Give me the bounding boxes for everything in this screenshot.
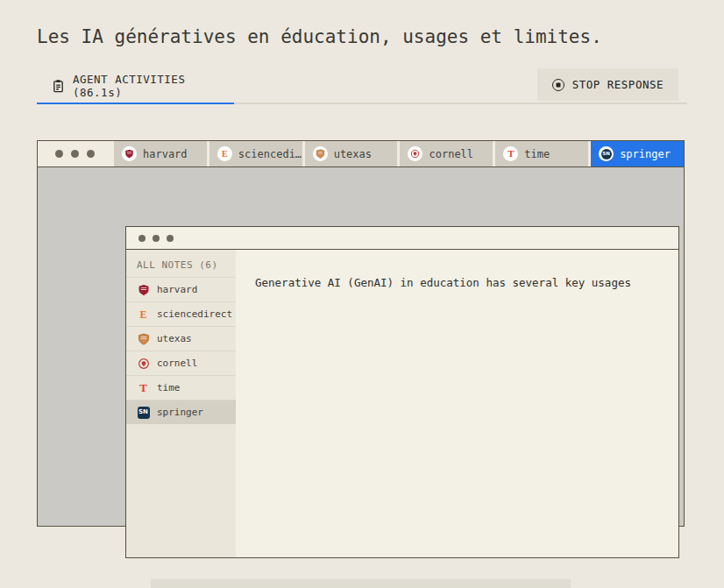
notes-content: Generative AI (GenAI) in education has s… — [236, 250, 678, 557]
utexas-shield-icon — [313, 146, 328, 161]
browser-tab-label: time — [524, 148, 550, 160]
toolbar-divider — [37, 103, 687, 104]
utexas-shield-icon — [137, 332, 150, 345]
browser-tab-label: springer — [620, 148, 671, 160]
note-item-label: cornell — [157, 358, 197, 369]
toolbar: AGENT ACTIVITIES (86.1s) STOP RESPONSE — [37, 68, 687, 103]
springer-sn-icon: SN — [599, 146, 614, 161]
note-item-label: utexas — [157, 333, 192, 344]
harvard-shield-icon — [137, 283, 150, 296]
window-dot-icon — [138, 235, 146, 242]
window-dot-icon — [153, 235, 160, 242]
note-item-harvard[interactable]: harvard — [126, 277, 236, 301]
harvard-shield-icon — [122, 146, 137, 161]
browser-tab-bar: harvardEsciencedi…utexascornellTtimeSNsp… — [38, 141, 684, 167]
clipboard-icon — [52, 79, 65, 93]
browser-tab-label: harvard — [143, 148, 188, 160]
browser-tab-label: cornell — [429, 148, 473, 160]
window-dot-icon — [55, 150, 63, 158]
note-item-cornell[interactable]: cornell — [126, 351, 236, 375]
browser-tabs: harvardEsciencedi…utexascornellTtimeSNsp… — [111, 141, 684, 166]
browser-tab-sciencedi[interactable]: Esciencedi… — [209, 141, 302, 166]
browser-tab-harvard[interactable]: harvard — [114, 141, 207, 166]
note-item-label: harvard — [157, 284, 197, 295]
note-text: Generative AI (GenAI) in education has s… — [255, 275, 663, 292]
time-t-icon: T — [137, 381, 150, 394]
note-item-utexas[interactable]: utexas — [126, 326, 236, 351]
window-controls[interactable] — [38, 141, 111, 166]
browser-tab-time[interactable]: Ttime — [495, 141, 588, 166]
note-item-label: sciencedirect — [157, 308, 232, 320]
stop-icon — [552, 79, 564, 91]
notes-count-label: ALL NOTES (6) — [126, 250, 236, 277]
active-tab-underline — [37, 103, 234, 104]
window-dot-icon — [167, 235, 174, 242]
browser-tab-utexas[interactable]: utexas — [305, 141, 398, 166]
springer-sn-icon: SN — [137, 406, 150, 419]
notes-sidebar: ALL NOTES (6) harvardEsciencedirectutexa… — [126, 250, 236, 557]
browser-tab-springer[interactable]: SNspringer — [591, 141, 684, 166]
notes-window-titlebar[interactable] — [126, 227, 678, 250]
stop-button-label: STOP RESPONSE — [572, 78, 664, 91]
agent-tab-label: AGENT ACTIVITIES (86.1s) — [73, 73, 234, 99]
window-dot-icon — [71, 150, 79, 158]
browser-tab-label: utexas — [334, 148, 372, 160]
notes-list: harvardEsciencedirectutexascornellTtimeS… — [126, 277, 236, 424]
stop-response-button[interactable]: STOP RESPONSE — [537, 68, 678, 101]
note-item-label: time — [157, 382, 181, 393]
page-title: Les IA génératives en éducation, usages … — [37, 26, 602, 47]
note-item-sciencedirect[interactable]: Esciencedirect — [126, 301, 236, 326]
notes-window: ALL NOTES (6) harvardEsciencedirectutexa… — [125, 226, 679, 558]
time-t-icon: T — [503, 146, 518, 161]
browser-tab-label: sciencedi… — [238, 148, 302, 160]
sciencedirect-e-icon: E — [137, 308, 150, 321]
note-item-springer[interactable]: SNspringer — [126, 400, 236, 424]
browser-tab-cornell[interactable]: cornell — [400, 141, 493, 166]
cornell-seal-icon — [137, 357, 150, 370]
notes-body: ALL NOTES (6) harvardEsciencedirectutexa… — [126, 250, 678, 557]
note-item-label: springer — [157, 407, 203, 418]
window-dot-icon — [87, 150, 95, 158]
note-item-time[interactable]: Ttime — [126, 375, 236, 400]
cornell-seal-icon — [408, 146, 422, 161]
sciencedirect-e-icon: E — [217, 146, 232, 161]
tab-agent-activities[interactable]: AGENT ACTIVITIES (86.1s) — [37, 68, 234, 103]
bottom-partial-panel[interactable] — [151, 579, 571, 588]
